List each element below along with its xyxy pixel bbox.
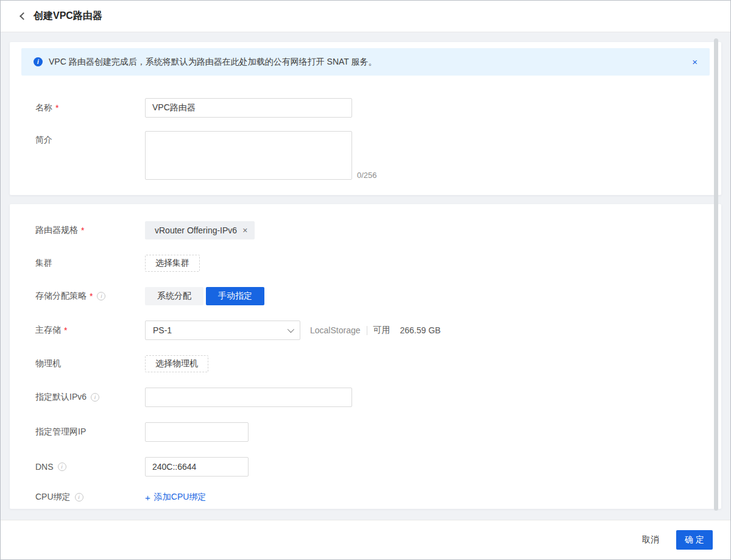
info-icon: i [75,493,83,502]
storage-policy-row: 存储分配策略 * i 系统分配 手动指定 [35,287,710,305]
description-textarea[interactable] [145,131,352,180]
cpu-pinning-label: CPU绑定 i [35,492,145,503]
description-row: 简介 0/256 [35,131,710,180]
offering-label: 路由器规格 * [35,225,145,236]
mgmt-ip-row: 指定管理网IP [35,422,710,442]
cpu-pinning-row: CPU绑定 i + 添加CPU绑定 [35,492,710,503]
info-icon: i [34,57,43,66]
mgmt-ip-input[interactable] [145,422,249,442]
banner-text: VPC 路由器创建完成后，系统将默认为路由器在此处加载的公有网络打开 SNAT … [49,57,377,68]
page-footer: 取消 确 定 [1,520,730,559]
required-mark: * [55,103,58,113]
storage-policy-label: 存储分配策略 * i [35,291,145,302]
mgmt-ip-label: 指定管理网IP [35,427,145,438]
back-icon[interactable] [19,12,27,20]
info-icon: i [58,463,66,471]
add-cpu-pinning-link[interactable]: + 添加CPU绑定 [145,492,206,503]
close-icon[interactable]: × [692,57,697,66]
cluster-row: 集群 选择集群 [35,255,710,272]
name-input[interactable] [145,98,352,118]
dns-row: DNS i [35,457,710,477]
host-label: 物理机 [35,358,145,369]
primary-storage-label: 主存储 * [35,325,145,336]
name-label: 名称 * [35,102,145,113]
primary-storage-row: 主存储 * PS-1 LocalStorage 可用 266.59 GB [35,321,710,340]
host-row: 物理机 选择物理机 [35,355,710,372]
router-config-card: 路由器规格 * vRouter Offering-IPv6 × 集群 选择集群 … [10,204,721,509]
storage-policy-toggle: 系统分配 手动指定 [145,287,264,305]
required-mark: * [90,291,93,301]
select-host-button[interactable]: 选择物理机 [145,355,208,372]
required-mark: * [81,225,84,235]
offering-row: 路由器规格 * vRouter Offering-IPv6 × [35,221,710,239]
segment-manual-specify[interactable]: 手动指定 [206,287,264,305]
dns-input[interactable] [145,457,249,477]
name-row: 名称 * [35,98,710,118]
cancel-button[interactable]: 取消 [642,534,659,545]
dns-label: DNS i [35,462,145,472]
tag-remove-icon[interactable]: × [242,225,247,235]
segment-system-allocate[interactable]: 系统分配 [145,287,203,305]
char-counter: 0/256 [357,171,377,180]
page-header: 创建VPC路由器 [1,1,730,32]
offering-tag-label: vRouter Offering-IPv6 [155,225,237,235]
plus-icon: + [145,492,150,503]
info-icon: i [91,393,99,402]
ipv6-label: 指定默认IPv6 i [35,392,145,403]
vertical-scrollbar[interactable] [714,38,718,511]
content-area: i VPC 路由器创建完成后，系统将默认为路由器在此处加载的公有网络打开 SNA… [1,32,730,520]
select-cluster-button[interactable]: 选择集群 [145,255,200,272]
required-mark: * [64,325,67,335]
snat-info-banner: i VPC 路由器创建完成后，系统将默认为路由器在此处加载的公有网络打开 SNA… [21,48,710,76]
info-icon: i [97,292,105,300]
ipv6-row: 指定默认IPv6 i [35,388,710,407]
confirm-button[interactable]: 确 定 [676,530,713,550]
add-cpu-pinning-text: 添加CPU绑定 [154,492,207,503]
primary-storage-info: LocalStorage 可用 266.59 GB [310,325,440,336]
divider [367,326,367,335]
primary-storage-select[interactable]: PS-1 [145,321,300,340]
basic-info-card: i VPC 路由器创建完成后，系统将默认为路由器在此处加载的公有网络打开 SNA… [10,42,721,195]
page-title: 创建VPC路由器 [34,10,102,23]
default-ipv6-input[interactable] [145,388,352,407]
offering-tag: vRouter Offering-IPv6 × [145,221,255,239]
storage-type-text: LocalStorage [310,325,361,335]
available-label: 可用 [373,325,390,336]
cluster-label: 集群 [35,258,145,269]
description-label: 简介 [35,131,145,146]
chevron-down-icon [288,326,294,333]
primary-storage-value: PS-1 [153,325,288,335]
available-value: 266.59 GB [400,325,441,335]
